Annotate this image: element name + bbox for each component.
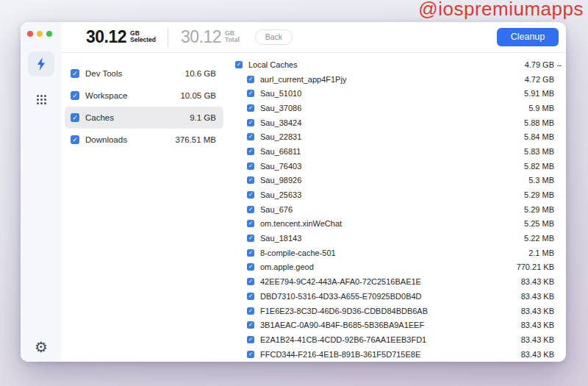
file-label: Sau_38424 [260, 118, 301, 127]
checkbox-checked-icon[interactable]: ✓ [71, 69, 79, 78]
checkbox-checked-icon[interactable]: ✓ [247, 176, 254, 184]
checkbox-checked-icon[interactable]: ✓ [247, 336, 254, 343]
total-caption: Total [225, 37, 240, 43]
checkbox-checked-icon[interactable]: ✓ [247, 321, 254, 329]
file-row[interactable]: ✓Sau_370865.9 MB [228, 101, 564, 115]
file-label: DBD7310-5316-4D33-A655-E70925BD0B4D [260, 292, 422, 301]
checkbox-checked-icon[interactable]: ✓ [247, 119, 254, 126]
selected-caption: Selected [130, 37, 156, 43]
checkbox-checked-icon[interactable]: ✓ [247, 133, 254, 140]
file-row[interactable]: ✓42EE794-9C42-443A-AFA0-72C2516BAE1E83.4… [228, 274, 564, 289]
selected-size-value: 30.12 [86, 27, 126, 47]
bolt-icon [35, 57, 47, 71]
checkbox-checked-icon[interactable]: ✓ [247, 293, 254, 300]
checkbox-checked-icon[interactable]: ✓ [247, 148, 254, 155]
file-row[interactable]: ✓8-compile-cache-5012.1 MB [228, 246, 564, 260]
file-label: om.tencent.xinWeChat [260, 219, 342, 228]
file-list: ✓Local Caches4.79 GB–✓aurl_current_app4F… [228, 53, 566, 359]
checkbox-checked-icon[interactable]: ✓ [247, 220, 254, 227]
checkbox-checked-icon[interactable]: ✓ [247, 351, 254, 358]
file-group-size: 4.79 GB [525, 60, 554, 69]
file-row[interactable]: ✓Sau_764035.82 MB [228, 159, 564, 174]
file-label: 42EE794-9C42-443A-AFA0-72C2516BAE1E [260, 277, 421, 286]
file-group-label: Local Caches [248, 60, 298, 69]
category-label: Downloads [85, 135, 127, 144]
file-label: Sau_18143 [260, 234, 301, 243]
file-size: 770.21 KB [517, 262, 554, 271]
file-size: 83.43 KB [521, 350, 554, 359]
category-row[interactable]: ✓Dev Tools10.6 GB [65, 62, 223, 85]
checkbox-checked-icon[interactable]: ✓ [247, 206, 254, 213]
file-row[interactable]: ✓Sau_181435.22 MB [228, 231, 564, 246]
selected-size-unit: GB Selected [130, 30, 156, 43]
file-label: Sau_98926 [260, 176, 301, 185]
checkbox-checked-icon[interactable]: ✓ [247, 278, 254, 285]
file-row[interactable]: ✓F1E6E23-8C3D-46D6-9D36-CDBD84BDB6AB83.4… [228, 304, 564, 318]
close-button[interactable] [27, 31, 33, 37]
file-row[interactable]: ✓Sau_510105.91 MB [228, 86, 564, 101]
checkbox-checked-icon[interactable]: ✓ [247, 249, 254, 257]
sidebar-item-cleanup[interactable] [28, 51, 54, 76]
file-size: 2.1 MB [528, 249, 554, 257]
category-size: 376.51 MB [175, 135, 216, 144]
file-size: 5.82 MB [524, 162, 554, 171]
checkbox-checked-icon[interactable]: ✓ [247, 307, 254, 315]
collapse-toggle[interactable]: – [554, 60, 564, 69]
category-size: 10.05 GB [180, 91, 216, 100]
file-group-row[interactable]: ✓Local Caches4.79 GB– [228, 57, 564, 72]
checkbox-checked-icon[interactable]: ✓ [71, 91, 79, 100]
category-label: Workspace [85, 91, 127, 100]
minimize-button[interactable] [37, 31, 43, 37]
file-row[interactable]: ✓Sau_668115.83 MB [228, 144, 564, 159]
total-size-unit: GB Total [225, 30, 240, 43]
checkbox-checked-icon[interactable]: ✓ [247, 191, 254, 199]
settings-button[interactable]: ⚙ [35, 340, 48, 354]
checkbox-checked-icon[interactable]: ✓ [71, 113, 79, 122]
file-label: Sau_37086 [260, 104, 301, 112]
category-row[interactable]: ✓Caches9.1 GB [65, 107, 223, 129]
file-row[interactable]: ✓3B1AEAC-0A90-4B4F-B685-5B36BA9A1EEF83.4… [228, 318, 564, 332]
file-row[interactable]: ✓om.apple.geod770.21 KB [228, 260, 564, 275]
total-size-value: 30.12 [181, 27, 221, 47]
file-size: 5.29 MB [524, 205, 554, 214]
zoom-button[interactable] [46, 31, 52, 37]
checkbox-checked-icon[interactable]: ✓ [247, 235, 254, 242]
file-size: 5.9 MB [528, 104, 554, 112]
checkbox-checked-icon[interactable]: ✓ [247, 76, 254, 83]
file-row[interactable]: ✓Sau_256335.29 MB [228, 187, 564, 202]
file-label: 3B1AEAC-0A90-4B4F-B685-5B36BA9A1EEF [260, 321, 424, 329]
file-row[interactable]: ✓Sau_384245.88 MB [228, 115, 564, 130]
file-size: 5.29 MB [524, 190, 554, 199]
cleanup-button[interactable]: Cleanup [497, 28, 559, 46]
checkbox-checked-icon[interactable]: ✓ [247, 263, 254, 271]
checkbox-checked-icon[interactable]: ✓ [71, 135, 79, 144]
file-row[interactable]: ✓om.tencent.xinWeChat5.25 MB [228, 217, 564, 232]
file-row[interactable]: ✓FFCD344-F216-4E1B-891B-361F5D715E8E83.4… [228, 347, 564, 359]
file-label: om.apple.geod [260, 262, 314, 271]
sidebar-item-apps[interactable] [36, 94, 47, 108]
category-row[interactable]: ✓Workspace10.05 GB [65, 85, 223, 107]
file-size: 5.83 MB [524, 147, 554, 156]
file-size: 83.43 KB [521, 307, 554, 315]
category-row[interactable]: ✓Downloads376.51 MB [65, 129, 223, 151]
checkbox-checked-icon[interactable]: ✓ [247, 90, 254, 97]
gear-icon: ⚙ [35, 338, 48, 356]
file-row[interactable]: ✓aurl_current_app4F1Pjy4.72 GB [228, 72, 564, 87]
file-label: aurl_current_app4F1Pjy [260, 75, 346, 84]
checkbox-checked-icon[interactable]: ✓ [247, 162, 254, 170]
grid-icon [36, 94, 47, 108]
file-label: FFCD344-F216-4E1B-891B-361F5D715E8E [260, 350, 420, 359]
checkbox-checked-icon[interactable]: ✓ [247, 104, 254, 112]
checkbox-checked-icon[interactable]: ✓ [235, 61, 243, 68]
file-row[interactable]: ✓E2A1B24-41CB-4CDD-92B6-76AA1EEB3FD183.4… [228, 332, 564, 347]
category-label: Dev Tools [85, 69, 122, 78]
file-row[interactable]: ✓Sau_989265.3 MB [228, 174, 564, 188]
back-button[interactable]: Back [255, 29, 293, 45]
file-label: Sau_51010 [260, 89, 301, 98]
file-size: 5.91 MB [524, 89, 554, 98]
file-row[interactable]: ✓Sau_228315.84 MB [228, 129, 564, 144]
window-controls [21, 22, 62, 37]
file-row[interactable]: ✓Sau_6765.29 MB [228, 202, 564, 217]
file-row[interactable]: ✓DBD7310-5316-4D33-A655-E70925BD0B4D83.4… [228, 289, 564, 304]
sidebar: ⚙ [21, 22, 62, 362]
